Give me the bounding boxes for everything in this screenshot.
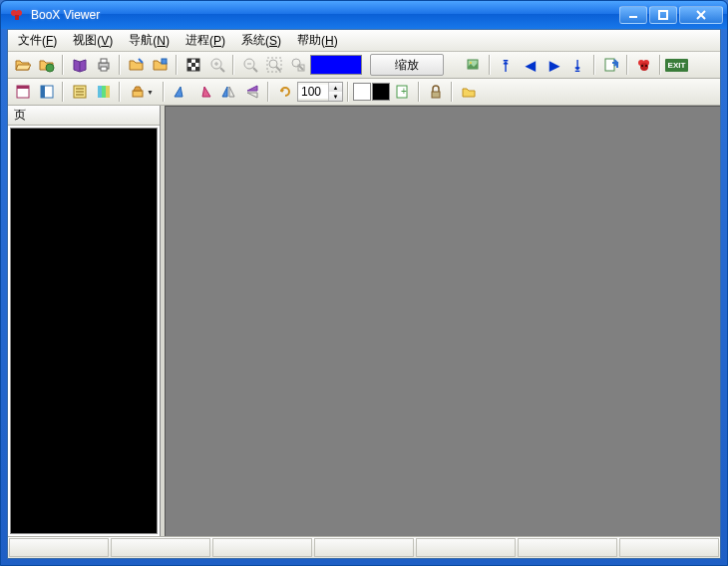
menu-help[interactable]: 帮助(H) [289, 30, 346, 51]
svg-rect-10 [101, 59, 107, 63]
print-icon[interactable] [92, 54, 115, 77]
ladybug-icon[interactable] [632, 54, 655, 77]
menu-bar: 文件(F) 视图(V) 导航(N) 进程(P) 系统(S) 帮助(H) [8, 30, 720, 52]
separator [489, 55, 491, 75]
svg-point-7 [46, 64, 54, 72]
svg-rect-49 [102, 86, 106, 98]
svg-rect-12 [162, 59, 167, 64]
svg-point-26 [269, 60, 277, 68]
zoom-button[interactable]: 缩放 [370, 54, 444, 76]
menu-navigate[interactable]: 导航(N) [121, 30, 178, 51]
svg-rect-48 [98, 86, 102, 98]
percent-input[interactable] [298, 85, 328, 99]
checker-icon[interactable] [182, 54, 204, 77]
shape-tool-icon[interactable]: ▼ [125, 81, 159, 104]
status-bar [8, 536, 720, 558]
separator [347, 82, 349, 102]
svg-line-20 [220, 68, 224, 72]
svg-line-27 [276, 67, 280, 71]
spin-up[interactable]: ▲ [328, 83, 342, 92]
percent-spinner[interactable]: ▲ ▼ [297, 82, 343, 102]
status-cell-6 [518, 538, 617, 557]
main-canvas[interactable] [165, 106, 720, 536]
flip-vertical-icon[interactable] [240, 81, 263, 104]
content-area: 页 [8, 106, 720, 536]
flip-horizontal-icon[interactable] [216, 81, 239, 104]
status-cell-3 [212, 538, 312, 557]
last-arrow-icon[interactable]: ⭳ [566, 54, 589, 77]
separator [62, 55, 64, 75]
menu-file[interactable]: 文件(F) [10, 30, 65, 51]
spin-down[interactable]: ▼ [328, 92, 342, 101]
svg-rect-16 [191, 63, 195, 67]
side-panel-header: 页 [8, 106, 160, 126]
rotate-icon[interactable] [273, 81, 296, 104]
svg-rect-17 [187, 67, 191, 71]
svg-line-24 [253, 68, 257, 72]
zoom-out-icon [238, 54, 261, 77]
client-area: 文件(F) 视图(V) 导航(N) 进程(P) 系统(S) 帮助(H) [7, 29, 721, 559]
lock-icon[interactable] [424, 81, 447, 104]
separator [418, 82, 420, 102]
svg-rect-34 [605, 59, 614, 71]
browse-open-icon[interactable] [149, 54, 172, 77]
maximize-button[interactable] [649, 6, 677, 24]
separator [626, 55, 628, 75]
status-cell-7 [619, 538, 719, 557]
page-thumbnail-area[interactable] [10, 128, 158, 534]
svg-rect-41 [17, 86, 29, 89]
svg-point-29 [292, 59, 300, 67]
status-cell-4 [314, 538, 414, 557]
status-cell-1 [9, 538, 109, 557]
browse-folder-icon[interactable] [125, 54, 148, 77]
bg-color-swatch[interactable] [353, 83, 371, 101]
add-color-icon[interactable]: + [391, 81, 414, 104]
rotate-right-icon[interactable] [192, 81, 215, 104]
fg-color-swatch[interactable] [372, 83, 390, 101]
minimize-button[interactable] [619, 6, 647, 24]
status-cell-2 [111, 538, 210, 557]
svg-rect-2 [15, 15, 19, 20]
first-arrow-icon[interactable]: ⭱ [495, 54, 518, 77]
svg-rect-50 [106, 86, 110, 98]
highlight-color-swatch[interactable] [310, 55, 362, 75]
menu-process[interactable]: 进程(P) [178, 30, 233, 51]
note-folder-icon[interactable] [457, 81, 480, 104]
zoom-in-icon [205, 54, 228, 77]
boox-app-icon [9, 7, 25, 23]
exit-icon[interactable]: EXIT [665, 54, 688, 77]
side-panel: 页 [8, 106, 161, 536]
window-controls [619, 6, 723, 24]
layout-single-icon[interactable] [11, 81, 34, 104]
separator [119, 55, 121, 75]
recent-folder-icon[interactable] [35, 54, 58, 77]
menu-view[interactable]: 视图(V) [65, 30, 121, 51]
separator [593, 55, 595, 75]
columns-icon[interactable] [92, 81, 115, 104]
close-button[interactable] [679, 6, 723, 24]
menu-system[interactable]: 系统(S) [233, 30, 289, 51]
svg-point-39 [645, 65, 647, 67]
open-folder-icon[interactable] [11, 54, 34, 77]
book-icon[interactable] [68, 54, 91, 77]
list-icon[interactable] [68, 81, 91, 104]
svg-point-33 [470, 62, 472, 64]
separator [659, 55, 661, 75]
layout-double-icon[interactable] [35, 81, 58, 104]
svg-text:+: + [401, 86, 407, 97]
export-icon[interactable] [599, 54, 622, 77]
zoom-fit-icon [262, 54, 285, 77]
rotate-left-icon[interactable] [169, 81, 191, 104]
title-bar[interactable]: BooX Viewer [1, 1, 727, 29]
svg-rect-18 [195, 67, 199, 71]
svg-rect-15 [195, 59, 199, 63]
separator [267, 82, 269, 102]
prev-arrow-icon[interactable]: ◀ [519, 54, 542, 77]
window-title: BooX Viewer [31, 8, 619, 22]
refresh-image-icon[interactable] [462, 54, 485, 77]
separator [163, 82, 165, 102]
zoom-select-icon [286, 54, 309, 77]
separator [232, 55, 234, 75]
next-arrow-icon[interactable]: ▶ [543, 54, 565, 77]
app-window: BooX Viewer 文件(F) 视图(V) 导航(N) 进程(P) 系统(S… [0, 0, 728, 566]
